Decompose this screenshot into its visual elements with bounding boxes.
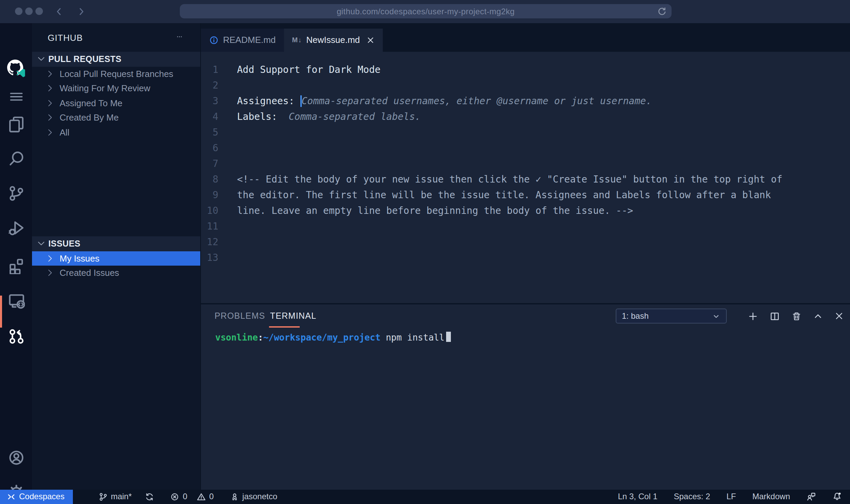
status-0[interactable]: 0 xyxy=(195,489,215,504)
code-line-11[interactable]: 11 xyxy=(201,219,850,234)
tree-item-label: All xyxy=(60,127,69,138)
status-bell-icon[interactable] xyxy=(831,492,843,502)
code-line-4[interactable]: 4Labels: Comma-separated labels. xyxy=(201,109,850,125)
status-bar: Codespacesmain*00jasonetco Ln 3, Col 1Sp… xyxy=(0,489,850,504)
status-spaces-2[interactable]: Spaces: 2 xyxy=(673,492,712,502)
chevron-right-icon xyxy=(45,84,54,93)
chevron-right-icon xyxy=(45,254,54,263)
terminal-shell-select[interactable]: 1: bash xyxy=(616,309,727,324)
new-terminal-icon[interactable] xyxy=(748,311,758,321)
bell-icon xyxy=(832,492,842,502)
line-number: 3 xyxy=(201,93,218,109)
tab-readme.md[interactable]: README.md xyxy=(201,28,284,52)
code-line-12[interactable]: 12 xyxy=(201,234,850,250)
feedback-icon xyxy=(806,492,816,502)
tree-item-waiting-for-my-review[interactable]: Waiting For My Review xyxy=(32,81,200,96)
branch-icon xyxy=(98,492,107,501)
github-pull-request-icon[interactable] xyxy=(7,328,25,345)
status-label: Spaces: 2 xyxy=(674,492,710,502)
status-0[interactable]: 0 xyxy=(169,489,189,504)
section-header-pull-requests[interactable]: PULL REQUESTS xyxy=(32,52,200,66)
status-markdown[interactable]: Markdown xyxy=(751,492,791,502)
tree-item-all[interactable]: All xyxy=(32,125,200,140)
tab-newissue.md[interactable]: M↓NewIssue.md xyxy=(284,28,383,52)
panel-header: PROBLEMS TERMINAL 1: bash xyxy=(201,304,850,329)
browser-forward-icon[interactable] xyxy=(76,7,86,16)
menu-icon[interactable] xyxy=(8,88,24,105)
tree-item-assigned-to-me[interactable]: Assigned To Me xyxy=(32,96,200,110)
status-ln-3-col-1[interactable]: Ln 3, Col 1 xyxy=(616,492,659,502)
tree-item-label: My Issues xyxy=(60,253,99,264)
tab-problems[interactable]: PROBLEMS xyxy=(215,304,265,328)
status-main-[interactable]: main* xyxy=(97,489,133,504)
terminal[interactable]: vsonline:~/workspace/my_project npm inst… xyxy=(201,329,850,345)
ellipsis-icon[interactable] xyxy=(174,35,184,41)
panel-controls: 1: bash xyxy=(616,309,844,324)
code-line-7[interactable]: 7 xyxy=(201,156,850,172)
reload-icon[interactable] xyxy=(657,7,667,16)
section-label: PULL REQUESTS xyxy=(48,54,122,64)
workbench: GITHUB PULL REQUESTSLocal Pull Request B… xyxy=(0,23,850,489)
window-minimize-button[interactable] xyxy=(25,7,32,15)
code-line-10[interactable]: 10line. Leave an empty line before begin… xyxy=(201,203,850,219)
shell-select-value: 1: bash xyxy=(622,311,712,321)
tab-terminal[interactable]: TERMINAL xyxy=(270,304,316,328)
tree-item-created-by-me[interactable]: Created By Me xyxy=(32,110,200,125)
tree-item-label: Created By Me xyxy=(60,113,119,123)
code-line-9[interactable]: 9the editor. The first line will be the … xyxy=(201,187,850,203)
close-panel-icon[interactable] xyxy=(834,311,844,321)
tree-item-local-pull-request-branches[interactable]: Local Pull Request Branches xyxy=(32,66,200,81)
source-control-icon[interactable] xyxy=(7,185,25,202)
remote-explorer-icon[interactable] xyxy=(7,292,25,309)
sidebar: GITHUB PULL REQUESTSLocal Pull Request B… xyxy=(32,23,201,489)
active-view-indicator xyxy=(0,296,2,328)
status-label: Ln 3, Col 1 xyxy=(618,492,657,502)
account-icon[interactable] xyxy=(7,449,25,466)
line-number: 12 xyxy=(201,234,218,250)
search-icon[interactable] xyxy=(7,150,25,167)
maximize-panel-icon[interactable] xyxy=(813,311,823,321)
line-number: 4 xyxy=(201,109,218,125)
editor-group: README.mdM↓NewIssue.md 1Add Support for … xyxy=(201,23,850,489)
status-jasonetco[interactable]: jasonetco xyxy=(229,489,279,504)
sidebar-title: GITHUB xyxy=(48,32,83,43)
browser-address-bar[interactable]: github.com/codespaces/user-my-project-mg… xyxy=(180,4,672,19)
tree-item-created-issues[interactable]: Created Issues xyxy=(32,266,200,280)
codespaces-remote-icon xyxy=(7,492,16,501)
editor[interactable]: 1Add Support for Dark Mode23Assignees: C… xyxy=(201,52,850,303)
code-line-13[interactable]: 13 xyxy=(201,250,850,266)
debug-icon[interactable] xyxy=(7,219,25,236)
window-close-button[interactable] xyxy=(15,7,22,15)
tree-item-my-issues[interactable]: My Issues xyxy=(32,251,200,266)
line-number: 1 xyxy=(201,62,218,78)
code-line-1[interactable]: 1Add Support for Dark Mode xyxy=(201,62,850,78)
code-line-6[interactable]: 6 xyxy=(201,140,850,156)
sync-icon xyxy=(145,492,154,501)
code-line-3[interactable]: 3Assignees: Comma-separated usernames, e… xyxy=(201,93,850,109)
explorer-icon[interactable] xyxy=(7,115,25,132)
kill-terminal-icon[interactable] xyxy=(791,311,802,321)
extensions-icon[interactable] xyxy=(7,257,25,274)
code-line-2[interactable]: 2 xyxy=(201,78,850,93)
status-label: 0 xyxy=(209,492,214,502)
status-lf[interactable]: LF xyxy=(725,492,737,502)
split-terminal-icon[interactable] xyxy=(770,311,780,321)
window-zoom-button[interactable] xyxy=(35,7,43,15)
line-number: 5 xyxy=(201,125,218,140)
tree-item-label: Local Pull Request Branches xyxy=(60,69,173,79)
status-codespaces[interactable]: Codespaces xyxy=(0,489,73,504)
chevron-right-icon xyxy=(45,99,54,108)
status-label: jasonetco xyxy=(242,492,278,502)
section-header-issues[interactable]: ISSUES xyxy=(32,236,200,251)
editor-tabs: README.mdM↓NewIssue.md xyxy=(201,23,850,52)
github-codespaces-logo[interactable] xyxy=(7,59,25,78)
status-feedback-icon[interactable] xyxy=(805,492,817,502)
code-line-8[interactable]: 8<!-- Edit the body of your new issue th… xyxy=(201,172,850,187)
codespaces-window: github.com/codespaces/user-my-project-mg… xyxy=(0,0,850,504)
browser-back-icon[interactable] xyxy=(54,7,64,16)
terminal-cursor xyxy=(446,332,451,342)
code-line-5[interactable]: 5 xyxy=(201,125,850,140)
status-sync-icon[interactable] xyxy=(144,489,156,504)
close-icon[interactable] xyxy=(367,36,375,44)
line-content xyxy=(218,78,237,93)
